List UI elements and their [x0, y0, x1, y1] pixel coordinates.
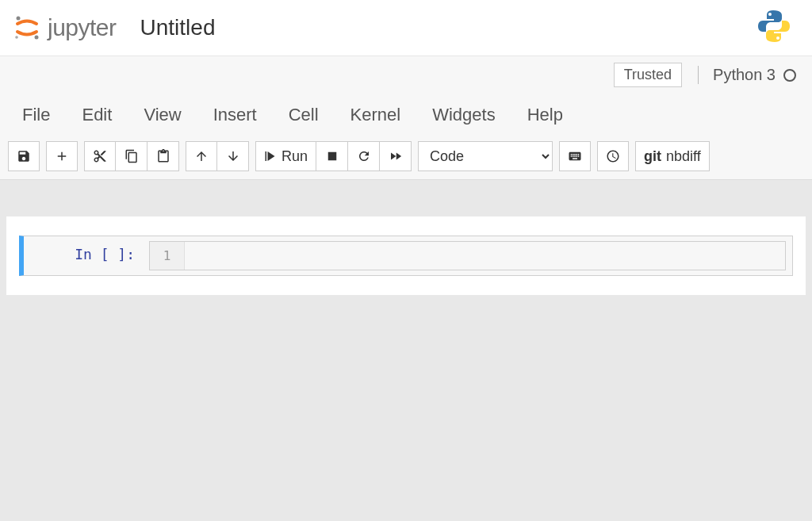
- notebook-area: In [ ]: 1: [6, 216, 806, 295]
- status-bar: Trusted Python 3: [0, 56, 812, 94]
- menu-widgets[interactable]: Widgets: [432, 105, 495, 125]
- svg-point-1: [35, 36, 39, 40]
- jupyter-icon: [13, 13, 41, 42]
- trusted-badge[interactable]: Trusted: [614, 63, 682, 87]
- menu-file[interactable]: File: [22, 105, 50, 125]
- restart-icon: [357, 149, 371, 163]
- menu-edit[interactable]: Edit: [82, 105, 112, 125]
- code-cell[interactable]: In [ ]: 1: [19, 236, 793, 276]
- cell-type-select[interactable]: Code: [418, 141, 553, 171]
- save-button[interactable]: [8, 141, 40, 171]
- paste-icon: [156, 149, 170, 163]
- notebook-title[interactable]: Untitled: [140, 15, 216, 40]
- plus-icon: [55, 149, 69, 163]
- cut-icon: [93, 149, 107, 163]
- menu-insert[interactable]: Insert: [213, 105, 257, 125]
- menu-cell[interactable]: Cell: [289, 105, 319, 125]
- svg-point-2: [15, 36, 18, 39]
- arrow-down-icon: [226, 149, 240, 163]
- kernel-indicator-icon: [783, 69, 796, 82]
- cell-prompt: In [ ]:: [24, 236, 143, 275]
- add-cell-button[interactable]: [46, 141, 78, 171]
- run-button[interactable]: Run: [255, 141, 316, 171]
- schedule-button[interactable]: [597, 141, 629, 171]
- svg-rect-5: [266, 151, 267, 161]
- kernel-name[interactable]: Python 3: [698, 66, 796, 84]
- toolbar: Run Code git nbdiff: [0, 136, 812, 180]
- git-nbdiff-button[interactable]: git nbdiff: [635, 141, 710, 171]
- clock-icon: [606, 149, 620, 163]
- jupyter-logo[interactable]: jupyter: [13, 13, 117, 42]
- svg-point-0: [17, 17, 21, 21]
- run-icon: [264, 149, 278, 163]
- menu-view[interactable]: View: [144, 105, 181, 125]
- python-logo: [755, 7, 793, 48]
- stop-icon: [325, 149, 339, 163]
- paste-button[interactable]: [147, 141, 179, 171]
- kernel-name-label: Python 3: [713, 66, 776, 84]
- fast-forward-icon: [389, 149, 403, 163]
- copy-icon: [124, 149, 139, 163]
- spacer: [0, 180, 812, 201]
- menu-help[interactable]: Help: [527, 105, 563, 125]
- command-palette-button[interactable]: [559, 141, 591, 171]
- svg-rect-6: [327, 152, 336, 161]
- svg-point-4: [776, 36, 779, 40]
- arrow-up-icon: [194, 149, 209, 163]
- move-down-button[interactable]: [217, 141, 249, 171]
- logo-text: jupyter: [48, 14, 117, 41]
- restart-button[interactable]: [348, 141, 380, 171]
- copy-button[interactable]: [116, 141, 147, 171]
- line-number: 1: [150, 242, 185, 270]
- menubar: File Edit View Insert Cell Kernel Widget…: [0, 94, 812, 136]
- menu-kernel[interactable]: Kernel: [350, 105, 401, 125]
- cell-input-area[interactable]: 1: [149, 241, 786, 270]
- nbdiff-label: nbdiff: [666, 148, 701, 165]
- save-icon: [17, 149, 31, 163]
- code-input[interactable]: [185, 242, 785, 270]
- stop-button[interactable]: [316, 141, 348, 171]
- restart-run-all-button[interactable]: [380, 141, 412, 171]
- svg-point-3: [768, 13, 772, 16]
- git-label: git: [644, 148, 661, 165]
- keyboard-icon: [568, 149, 582, 163]
- run-label: Run: [282, 148, 308, 165]
- cut-button[interactable]: [84, 141, 116, 171]
- move-up-button[interactable]: [186, 141, 217, 171]
- header: jupyter Untitled: [0, 0, 812, 56]
